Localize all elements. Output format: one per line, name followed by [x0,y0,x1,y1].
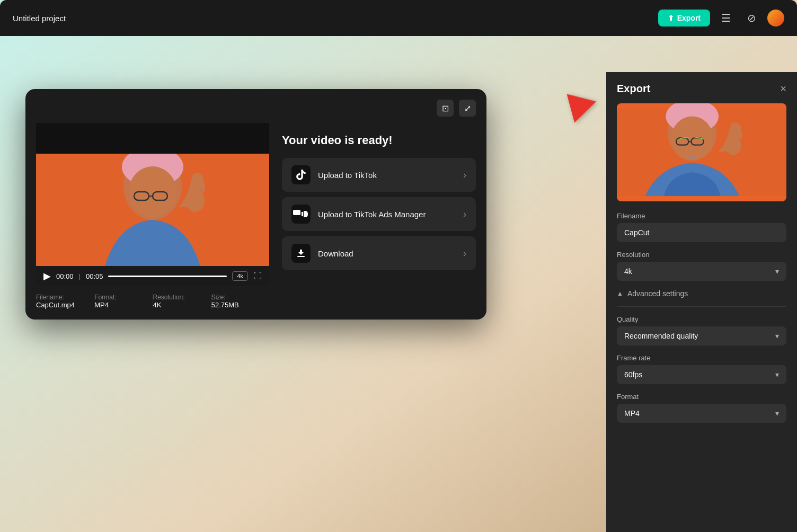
ready-section: Your video is ready! Upload to TikTok › [282,123,476,309]
framerate-value: 60fps [624,370,642,379]
framerate-chevron: ▾ [775,370,779,379]
export-thumbnail [617,103,786,201]
export-panel-title: Export [617,83,650,95]
meta-format: Format: MP4 [94,294,153,309]
resolution-label: Resolution [617,251,786,259]
background-area: ⊡ ⤢ [0,36,797,532]
project-title: Untitled project [13,14,66,23]
video-meta: Filename: CapCut.mp4 Format: MP4 Resolut… [36,294,269,309]
tiktok-label: Upload to TikTok [318,171,377,180]
video-controls: ▶ 00:00 | 00:05 4k ⛶ [36,266,269,286]
help-icon: ⊘ [747,12,756,24]
svg-point-7 [185,189,205,212]
filename-label: Filename [617,212,786,220]
top-bar: Untitled project ⬆ Export ☰ ⊘ [0,0,797,36]
menu-icon-button[interactable]: ☰ [716,8,736,28]
meta-resolution: Resolution: 4K [153,294,211,309]
top-bar-actions: ⬆ Export ☰ ⊘ [658,8,784,28]
svg-point-17 [725,136,741,155]
feedback-icon-button[interactable]: ⊡ [437,100,454,117]
filename-input[interactable]: CapCut [617,223,786,242]
upload-tiktok-button[interactable]: Upload to TikTok › [282,158,476,192]
meta-filename-label: Filename: [36,294,85,301]
format-chevron: ▾ [775,409,779,418]
resolution-chevron: ▾ [775,267,779,276]
modal-content: ▶ 00:00 | 00:05 4k ⛶ Filename: CapCut.mp… [36,123,476,309]
feedback-icon: ⊡ [442,103,449,113]
advanced-settings-label: Advanced settings [627,289,688,298]
current-time: 00:00 [56,272,74,280]
modal-top-icons: ⊡ ⤢ [36,100,476,117]
ready-title: Your video is ready! [282,134,476,147]
video-thumbnail-svg [36,154,269,266]
meta-filename: Filename: CapCut.mp4 [36,294,94,309]
video-section: ▶ 00:00 | 00:05 4k ⛶ Filename: CapCut.mp… [36,123,269,309]
meta-format-value: MP4 [94,301,144,309]
meta-filename-value: CapCut.mp4 [36,301,85,309]
framerate-select[interactable]: 60fps ▾ [617,365,786,384]
fullscreen-icon-button[interactable]: ⤢ [459,100,476,117]
menu-icon: ☰ [721,12,731,24]
video-ready-modal: ⊡ ⤢ [25,89,486,320]
divider [617,306,786,307]
chevron-up-icon: ▲ [617,290,623,297]
export-panel: Export × [606,72,797,532]
svg-rect-8 [293,210,300,215]
meta-size-value: 52.75MB [211,301,261,309]
tiktok-ads-chevron: › [463,209,466,220]
fullscreen-button[interactable]: ⛶ [253,271,262,281]
resolution-value: 4k [624,267,632,276]
export-thumbnail-svg [617,103,786,201]
quality-chevron: ▾ [775,332,779,340]
resolution-select[interactable]: 4k ▾ [617,262,786,281]
close-button[interactable]: × [780,83,786,95]
quality-value: Recommended quality [624,332,698,340]
tiktok-icon-container [291,165,311,184]
upload-tiktok-ads-button[interactable]: Upload to TikTok Ads Manager › [282,197,476,231]
meta-size-label: Size: [211,294,261,301]
download-button[interactable]: Download › [282,236,476,270]
meta-format-label: Format: [94,294,144,301]
tiktok-chevron: › [463,170,466,181]
download-chevron: › [463,248,466,259]
svg-rect-9 [297,256,305,257]
total-time: 00:05 [86,272,103,280]
video-frame [36,123,269,266]
progress-bar[interactable] [108,276,227,277]
quality-select[interactable]: Recommended quality ▾ [617,326,786,345]
fullscreen-icon: ⤢ [464,103,471,113]
meta-resolution-value: 4K [153,301,202,309]
quality-badge: 4k [232,271,248,281]
cursor-arrow [567,87,600,122]
upload-icon: ⬆ [668,14,674,22]
avatar-button[interactable] [767,10,784,26]
meta-size: Size: 52.75MB [211,294,269,309]
help-icon-button[interactable]: ⊘ [742,8,761,28]
format-label: Format [617,393,786,401]
tiktok-ads-icon [293,208,309,220]
export-header: Export × [617,83,786,95]
format-value: MP4 [624,409,640,418]
format-select[interactable]: MP4 ▾ [617,404,786,423]
tiktok-ads-icon-container [291,205,311,224]
quality-label: Quality [617,315,786,323]
svg-rect-18 [690,156,695,159]
download-label: Download [318,249,353,258]
tiktok-ads-label: Upload to TikTok Ads Manager [318,210,426,219]
download-icon [295,247,307,259]
advanced-settings-toggle[interactable]: ▲ Advanced settings [617,289,786,298]
play-button[interactable]: ▶ [43,270,51,282]
framerate-label: Frame rate [617,354,786,362]
export-button[interactable]: ⬆ Export [658,10,710,26]
download-icon-container [291,244,311,263]
video-frame-top [36,123,269,154]
meta-resolution-label: Resolution: [153,294,202,301]
tiktok-icon [295,169,307,181]
video-frame-main [36,154,269,266]
